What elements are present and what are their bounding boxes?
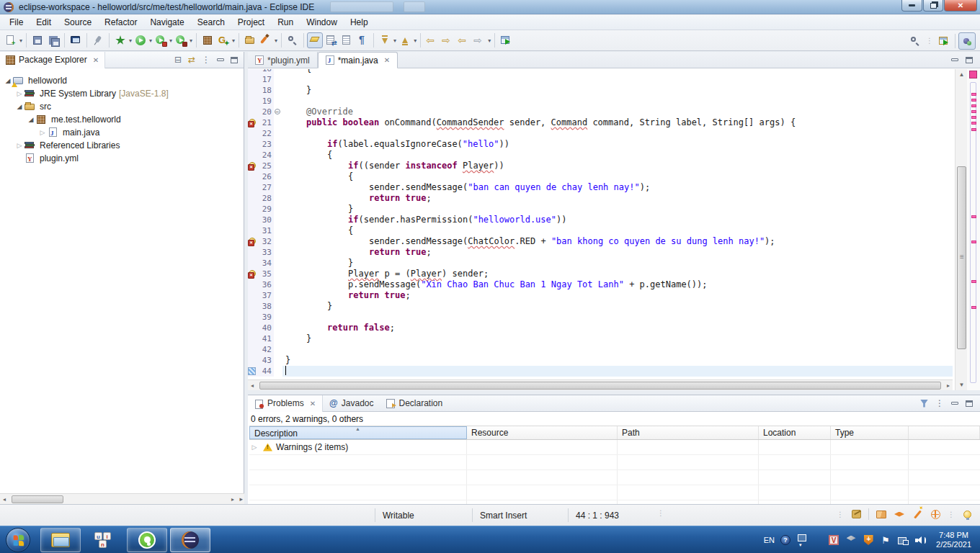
column-header-resource[interactable]: Resource: [467, 426, 618, 439]
dropbox-tray-icon[interactable]: [847, 536, 856, 545]
prev-annotation-icon[interactable]: [397, 32, 413, 48]
scroll-left-icon[interactable]: ◂: [251, 382, 254, 390]
editor-tab-main.java[interactable]: J*main.java✕: [318, 52, 398, 68]
menu-file[interactable]: File: [3, 15, 30, 30]
quickfix-bulb-icon[interactable]: [249, 162, 256, 169]
editor-vertical-scrollbar[interactable]: ▲ ▼: [955, 69, 967, 390]
code-line-18[interactable]: 18}: [248, 85, 953, 96]
problems-row-warnings[interactable]: ▷Warnings (2 items): [249, 440, 980, 455]
tree-item-me-test-helloworld[interactable]: ◢me.test.helloworld: [0, 113, 244, 126]
code-line-44[interactable]: 44: [248, 366, 953, 377]
scrollbar-thumb[interactable]: [957, 166, 966, 349]
code-line-25[interactable]: 25if((sender instanceof Player)): [248, 161, 953, 171]
code-line-28[interactable]: 28return true;: [248, 193, 953, 204]
overview-warning-mark[interactable]: [971, 215, 976, 218]
overview-warning-mark[interactable]: [971, 110, 976, 113]
minimize-view-icon[interactable]: [951, 402, 958, 405]
next-annotation-icon[interactable]: [377, 32, 393, 48]
code-line-40[interactable]: 40return false;: [248, 323, 953, 333]
code-line-38[interactable]: 38}: [248, 301, 953, 312]
title-bar[interactable]: eclipse-workspace - helloworld/src/me/te…: [0, 0, 980, 14]
menu-refactor[interactable]: Refactor: [98, 15, 143, 30]
tree-item-main-java[interactable]: ▷Jmain.java: [0, 126, 244, 139]
language-indicator[interactable]: EN: [764, 536, 775, 544]
quickfix-bulb-icon[interactable]: [249, 270, 256, 277]
code-line-27[interactable]: 27sender.sendMessage("ban can quyen de c…: [248, 182, 953, 193]
quickfix-bulb-icon[interactable]: [249, 238, 256, 245]
horizontal-scrollbar[interactable]: ◂ ▸ ▸: [0, 493, 244, 504]
expander-icon[interactable]: ▷: [14, 90, 24, 97]
code-line-36[interactable]: 36p.sendMessage("Xin Chao Ban Chuc Ban 1…: [248, 279, 953, 290]
format-brush-icon[interactable]: [258, 32, 274, 48]
expander-icon[interactable]: ◢: [26, 116, 36, 123]
expander-icon[interactable]: ▷: [37, 129, 48, 136]
mark-occurrences-icon[interactable]: [307, 32, 323, 48]
expander-icon[interactable]: ▷: [249, 444, 259, 451]
save-icon[interactable]: [30, 32, 45, 48]
menu-run[interactable]: Run: [271, 15, 300, 30]
code-line-29[interactable]: 29}: [248, 204, 953, 215]
code-line-43[interactable]: 43}: [248, 355, 953, 366]
network-icon[interactable]: [898, 536, 909, 545]
code-line-33[interactable]: 33return true;: [248, 247, 953, 258]
hand-edit-icon[interactable]: [850, 508, 862, 520]
overview-warning-mark[interactable]: [971, 99, 976, 102]
new-java-package-icon[interactable]: [200, 32, 215, 48]
menu-project[interactable]: Project: [231, 15, 271, 30]
overview-warning-mark[interactable]: [971, 280, 976, 283]
forward-gray-icon[interactable]: ⇨: [471, 32, 487, 48]
editor-horizontal-scrollbar[interactable]: ◂ ▸: [248, 379, 953, 390]
close-tab-icon[interactable]: ✕: [310, 400, 316, 408]
menu-edit[interactable]: Edit: [30, 15, 58, 30]
help-icon[interactable]: ?: [780, 535, 790, 545]
forward-history-icon[interactable]: ⇨: [440, 32, 455, 48]
overview-warning-mark[interactable]: [971, 306, 976, 309]
open-perspective-icon[interactable]: [936, 33, 952, 49]
project-tree[interactable]: ◢helloworld▷JRE System Library[JavaSE-1.…: [0, 71, 244, 493]
language-expand-icon[interactable]: [796, 534, 806, 546]
code-line-22[interactable]: 22: [248, 128, 953, 139]
column-header-type[interactable]: Type: [831, 426, 909, 439]
action-center-flag-icon[interactable]: ⚑: [881, 535, 890, 546]
scrollbar-thumb[interactable]: [12, 495, 63, 503]
tree-item-jre-system-library[interactable]: ▷JRE System Library[JavaSE-1.8]: [0, 87, 244, 100]
taskbar-windows-explorer-button[interactable]: [40, 528, 81, 552]
save-all-icon[interactable]: [45, 32, 61, 48]
tree-item-src[interactable]: ◢src: [0, 100, 244, 113]
view-menu-icon[interactable]: ⋮: [935, 398, 944, 408]
code-line-23[interactable]: 23if(label.equalsIgnoreCase("hello")): [248, 139, 953, 150]
back-history-icon[interactable]: ⇦: [424, 32, 440, 48]
maximize-editor-icon[interactable]: [966, 57, 973, 63]
column-header-path[interactable]: Path: [618, 426, 759, 439]
java-perspective-icon[interactable]: [958, 32, 976, 50]
refresh-gradle-icon[interactable]: G✦: [215, 32, 231, 48]
coverage-icon[interactable]: [173, 32, 189, 48]
code-line-19[interactable]: 19: [248, 96, 953, 107]
minimize-editor-icon[interactable]: [951, 58, 958, 61]
code-line-17[interactable]: 17: [248, 74, 953, 85]
overview-ruler[interactable]: [967, 69, 980, 390]
code-line-37[interactable]: 37return true;: [248, 290, 953, 301]
code-line-24[interactable]: 24{: [248, 150, 953, 161]
tree-item-referenced-libraries[interactable]: ▷Referenced Libraries: [0, 139, 244, 152]
minimize-button[interactable]: [901, 0, 922, 12]
collapse-all-icon[interactable]: ⊟: [174, 55, 182, 65]
security-shield-icon[interactable]: [864, 535, 873, 545]
overview-warning-mark[interactable]: [971, 122, 976, 125]
pin-editor-icon[interactable]: [90, 32, 106, 48]
expander-icon[interactable]: ▷: [14, 142, 24, 149]
package-explorer-tab[interactable]: Package Explorer ✕: [0, 52, 105, 68]
code-editor[interactable]: 16{1718}1920−@Override21public boolean o…: [248, 69, 953, 379]
view-menu-icon[interactable]: ⋮: [202, 55, 210, 65]
maximize-view-icon[interactable]: [966, 400, 973, 407]
menu-source[interactable]: Source: [58, 15, 98, 30]
wand-icon[interactable]: [912, 508, 923, 520]
volume-icon[interactable]: [915, 536, 926, 545]
overview-warning-mark[interactable]: [971, 93, 976, 96]
taskbar-unikey-button[interactable]: uin: [84, 528, 124, 552]
vietkey-tray-icon[interactable]: V: [829, 535, 839, 545]
column-header-description[interactable]: ▲Description: [249, 426, 467, 439]
scrollbar-thumb[interactable]: [259, 382, 941, 390]
code-line-31[interactable]: 31{: [248, 225, 953, 236]
code-line-16[interactable]: 16{: [248, 69, 953, 74]
